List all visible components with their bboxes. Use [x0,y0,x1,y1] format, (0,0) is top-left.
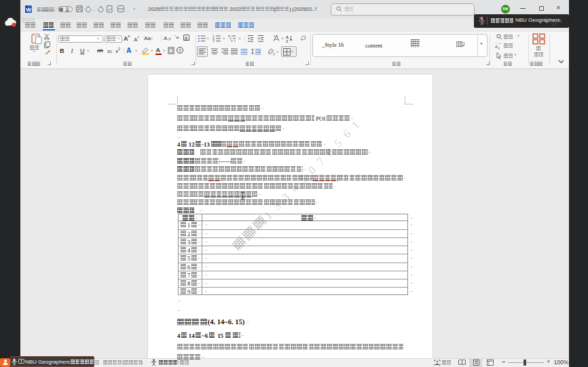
svg-text:W: W [26,6,31,12]
svg-text:Z: Z [286,39,289,43]
svg-text:3: 3 [213,39,215,43]
svg-text:b: b [498,45,500,50]
svg-text:a: a [495,43,498,50]
